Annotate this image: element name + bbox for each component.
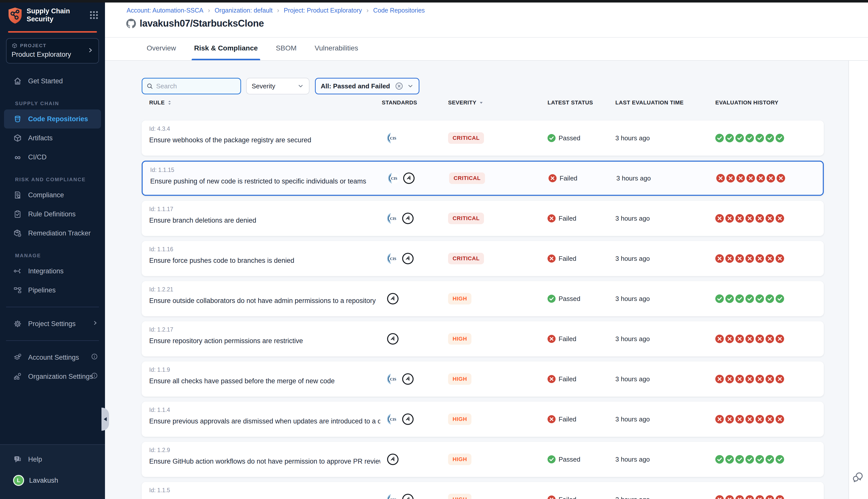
history-fail-icon [735,214,744,223]
status-filter-select[interactable]: All: Passed and Failed [315,78,420,94]
evaluation-time: 3 hours ago [615,375,650,383]
history-fail-icon [715,254,724,263]
sidebar-item-artifacts[interactable]: Artifacts [0,129,105,148]
history-fail-icon [775,415,784,424]
sidebar-item-label: Project Settings [28,320,76,328]
history-pass-icon [756,294,764,303]
severity-cell: HIGH [448,373,471,385]
tab-overview[interactable]: Overview [144,38,179,60]
history-fail-icon [756,254,764,263]
failed-x-icon [547,375,556,383]
table-row[interactable]: Id: 1.1.4 Ensure previous approvals are … [142,402,824,437]
breadcrumb-project[interactable]: Project: Product Exploratory [284,7,362,14]
column-header-standards[interactable]: STANDARDS [382,99,417,106]
column-header-severity[interactable]: SEVERITY [448,99,484,106]
history-pass-icon [715,134,724,142]
cis-standard-icon: CIS [387,212,399,224]
evaluation-history [715,495,784,499]
latest-status-cell: Passed [547,295,580,303]
main-content: Severity All: Passed and Failed RULE STA… [105,61,868,499]
search-input[interactable] [156,82,236,90]
breadcrumb-account[interactable]: Account: Automation-SSCA [126,7,203,14]
home-icon [13,76,22,86]
sidebar-item-rule-definitions[interactable]: Rule Definitions [0,205,105,224]
app-switcher-grid-icon[interactable] [89,10,99,20]
column-header-evaluation-history[interactable]: EVALUATION HISTORY [715,99,778,106]
table-row[interactable]: Id: 1.1.16 Ensure force pushes code to b… [142,241,824,276]
breadcrumb-organization[interactable]: Organization: default [215,7,273,14]
project-name: Product Exploratory [12,51,94,59]
rule-cell: Id: 1.1.9 Ensure all checks have passed … [149,366,380,385]
severity-filter-select[interactable]: Severity [246,78,310,94]
sidebar-item-help[interactable]: ? Help [0,450,105,469]
rule-cell: Id: 1.1.16 Ensure force pushes code to b… [149,246,380,265]
table-row[interactable]: Id: 1.2.17 Ensure repository action perm… [142,321,824,356]
sidebar-item-remediation-tracker[interactable]: Remediation Tracker [0,224,105,243]
sidebar-item-project-settings[interactable]: Project Settings [0,314,105,333]
evaluation-time: 3 hours ago [615,215,650,222]
svg-text:CIS: CIS [390,136,396,140]
sidebar-item-label: Help [28,455,42,463]
table-row[interactable]: Id: 1.1.9 Ensure all checks have passed … [142,362,824,397]
history-fail-icon [725,254,734,263]
sidebar-item-compliance[interactable]: Compliance [0,185,105,205]
table-row[interactable]: Id: 4.3.4 Ensure webhooks of the package… [142,121,824,156]
column-header-latest-status[interactable]: LATEST STATUS [547,99,593,106]
cis-standard-icon: CIS [387,132,399,144]
failed-x-icon [547,214,556,222]
severity-cell: CRITICAL [448,132,484,144]
tab-vulnerabilities[interactable]: Vulnerabilities [312,38,361,60]
history-fail-icon [745,415,754,424]
severity-cell: HIGH [448,413,471,425]
info-icon[interactable] [91,353,98,362]
tab-risk-and-compliance[interactable]: Risk & Compliance [192,38,261,60]
table-row[interactable]: Id: 1.2.9 Ensure GitHub action workflows… [142,442,824,477]
rule-cell: Id: 4.3.4 Ensure webhooks of the package… [149,125,380,144]
sidebar-item-cicd[interactable]: ∞ CI/CD [0,148,105,167]
sidebar-item-label: Remediation Tracker [28,229,91,237]
history-fail-icon [735,254,744,263]
infinity-icon: ∞ [13,153,22,162]
svg-text:CIS: CIS [390,498,396,499]
breadcrumb: Account: Automation-SSCA› Organization: … [126,7,425,14]
rule-title: Ensure repository action permissions are… [149,337,380,345]
collapse-arrow-icon [104,417,107,421]
sidebar-item-account-settings[interactable]: Account Settings [0,348,105,367]
table-row[interactable]: Id: 1.1.5 CIS HIGH Failed 3 hours ago [142,482,824,499]
standards-cell: CIS [387,373,414,385]
history-fail-icon [757,174,765,182]
clear-filter-icon[interactable] [395,82,403,90]
table-row[interactable]: Id: 1.1.17 Ensure branch deletions are d… [142,201,824,236]
status-label: Failed [558,335,576,343]
chevron-down-icon [297,83,304,89]
breadcrumb-code-repositories[interactable]: Code Repositories [373,7,425,14]
status-label: Failed [558,415,576,423]
svg-text:CIS: CIS [390,377,396,381]
history-pass-icon [745,455,754,464]
table-row[interactable]: Id: 1.1.15 Ensure pushing of new code is… [142,161,824,196]
sidebar-item-code-repositories[interactable]: </> Code Repositories [4,109,101,129]
table-row[interactable]: Id: 1.2.21 Ensure outside collaborators … [142,281,824,316]
history-fail-icon [776,174,785,182]
user-menu[interactable]: L Lavakush [0,469,105,492]
rule-cell: Id: 1.1.5 [149,487,380,498]
info-icon[interactable] [91,372,98,381]
sidebar-item-organization-settings[interactable]: Organization Settings [0,367,105,386]
support-chat-icon[interactable] [852,471,864,484]
tab-sbom[interactable]: SBOM [273,38,299,60]
history-fail-icon [775,334,784,343]
sidebar-item-integrations[interactable]: Integrations [0,261,105,281]
sidebar-collapse-handle[interactable] [101,407,109,431]
sidebar-item-pipelines[interactable]: Pipelines [0,281,105,300]
rule-id: Id: 1.2.17 [149,326,380,333]
column-header-rule[interactable]: RULE [149,99,172,106]
evaluation-history [716,174,785,182]
column-header-last-evaluation-time[interactable]: LAST EVALUATION TIME [615,99,684,106]
history-pass-icon [765,134,774,142]
history-fail-icon [725,214,734,223]
sidebar-item-get-started[interactable]: Get Started [0,72,105,90]
app-logo-row: Supply Chain Security [0,0,105,29]
status-label: Passed [558,295,580,303]
project-selector[interactable]: PROJECT Product Exploratory [6,38,99,63]
rule-id: Id: 4.3.4 [149,125,380,132]
